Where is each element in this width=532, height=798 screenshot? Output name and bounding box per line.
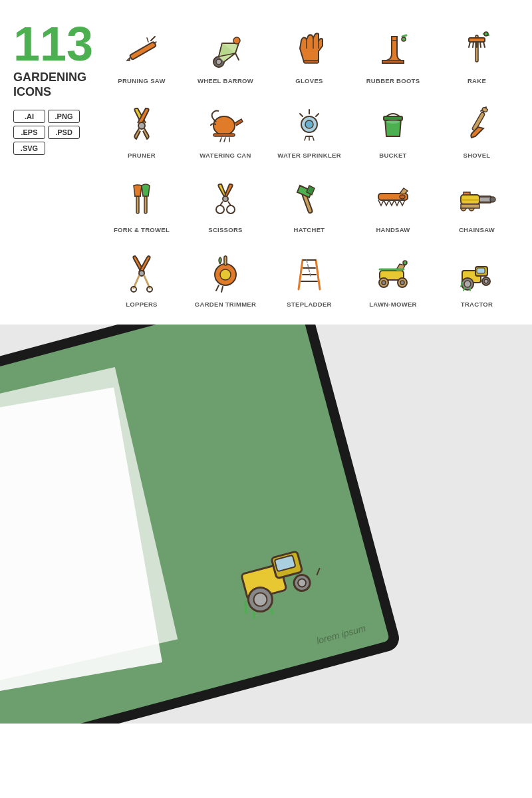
icon-cell-stepladder: STEPLADDER bbox=[267, 243, 351, 311]
icon-cell-water-sprinkler: WATER SPRINKLER bbox=[267, 94, 351, 162]
chainsaw-label: CHAINSAW bbox=[459, 226, 495, 233]
tablet-mockup: ← lorem ipsum bbox=[0, 325, 402, 724]
svg-point-3 bbox=[233, 37, 240, 44]
rake-icon bbox=[454, 27, 500, 73]
svg-point-65 bbox=[400, 281, 404, 285]
icon-cell-loppers: LOPPERS bbox=[100, 243, 184, 311]
gloves-icon bbox=[286, 27, 332, 73]
svg-point-40 bbox=[227, 205, 235, 213]
lawn-mower-label: LAWN-MOWER bbox=[369, 301, 417, 308]
svg-point-38 bbox=[223, 196, 228, 201]
svg-line-26 bbox=[305, 136, 306, 140]
svg-point-22 bbox=[305, 120, 313, 128]
svg-point-39 bbox=[216, 205, 224, 213]
icon-cell-pruner: PRUNER bbox=[100, 94, 184, 162]
svg-rect-4 bbox=[304, 61, 319, 63]
loppers-icon bbox=[118, 250, 165, 297]
svg-rect-5 bbox=[382, 61, 404, 63]
svg-line-13 bbox=[483, 42, 485, 47]
stepladder-label: STEPLADDER bbox=[287, 301, 331, 308]
svg-line-25 bbox=[316, 114, 319, 116]
hatchet-label: HATCHET bbox=[294, 226, 325, 233]
svg-rect-37 bbox=[144, 196, 147, 213]
svg-point-6 bbox=[402, 37, 406, 41]
svg-line-18 bbox=[224, 138, 225, 142]
icon-count: 113 bbox=[13, 20, 100, 68]
pruner-label: PRUNER bbox=[128, 152, 156, 159]
svg-point-30 bbox=[386, 120, 400, 124]
stepladder-icon bbox=[286, 250, 332, 297]
icon-cell-bucket: BUCKET bbox=[351, 94, 435, 162]
fork-trowel-icon bbox=[118, 176, 165, 222]
svg-point-15 bbox=[138, 122, 145, 129]
svg-line-87 bbox=[271, 609, 273, 614]
tablet-paper-front bbox=[0, 367, 178, 687]
tractor-label: TRACTOR bbox=[461, 301, 493, 308]
svg-point-43 bbox=[400, 195, 405, 199]
svg-point-67 bbox=[403, 261, 407, 265]
icon-cell-fork-trowel: FORK & TROWEL bbox=[100, 169, 184, 237]
format-eps: .EPS bbox=[13, 126, 45, 139]
svg-rect-70 bbox=[477, 268, 485, 273]
tractor-icon bbox=[454, 250, 500, 297]
format-svg: .SVG bbox=[13, 142, 45, 155]
svg-line-12 bbox=[480, 42, 481, 47]
format-ai: .AI bbox=[13, 110, 45, 123]
water-sprinkler-label: WATER SPRINKLER bbox=[277, 152, 341, 159]
icon-cell-wheel-barrow: WHEEL BARROW bbox=[184, 20, 267, 88]
shovel-label: SHOVEL bbox=[464, 152, 491, 159]
icon-cell-tractor: TRACTOR bbox=[435, 243, 519, 311]
svg-rect-0 bbox=[130, 41, 156, 60]
bucket-label: BUCKET bbox=[379, 152, 406, 159]
rake-label: RAKE bbox=[467, 77, 486, 84]
tractor-on-screen-icon bbox=[229, 533, 337, 624]
watering-can-icon bbox=[202, 101, 249, 148]
icon-cell-garden-trimmer: GARDEN TRIMMER bbox=[184, 243, 267, 311]
format-badges: .AI .PNG .EPS .PSD .SVG bbox=[13, 110, 80, 155]
icon-cell-shovel: SHOVEL bbox=[435, 94, 519, 162]
svg-rect-33 bbox=[136, 196, 139, 213]
wheel-barrow-icon bbox=[202, 27, 249, 73]
svg-line-88 bbox=[316, 569, 321, 575]
svg-point-50 bbox=[139, 271, 144, 276]
svg-point-72 bbox=[464, 281, 471, 287]
title-area: 113 GARDENING ICONS .AI .PNG .EPS .PSD .… bbox=[13, 20, 100, 155]
shovel-icon bbox=[454, 101, 500, 148]
svg-line-20 bbox=[220, 138, 221, 142]
svg-line-10 bbox=[473, 42, 473, 47]
svg-point-2 bbox=[216, 59, 221, 65]
svg-line-86 bbox=[253, 612, 255, 618]
icons-grid: PRUNING SAW WHEEL BARROW bbox=[100, 20, 519, 311]
gloves-label: GLOVES bbox=[295, 77, 323, 84]
icon-cell-gloves: GLOVES bbox=[267, 20, 351, 88]
scissors-label: SCISSORS bbox=[208, 226, 243, 233]
format-png: .PNG bbox=[48, 110, 80, 123]
wheel-barrow-label: WHEEL BARROW bbox=[198, 77, 253, 84]
garden-trimmer-label: GARDEN TRIMMER bbox=[195, 301, 256, 308]
pruner-icon bbox=[118, 101, 165, 148]
icon-cell-rake: RAKE bbox=[435, 20, 519, 88]
icon-cell-hatchet: HATCHET bbox=[267, 169, 351, 237]
loppers-label: LOPPERS bbox=[126, 301, 158, 308]
pruning-saw-icon bbox=[118, 27, 165, 73]
top-section: 113 GARDENING ICONS .AI .PNG .EPS .PSD .… bbox=[0, 0, 532, 325]
bucket-icon bbox=[370, 101, 416, 148]
lawn-mower-icon bbox=[370, 250, 416, 297]
chainsaw-icon bbox=[454, 176, 500, 222]
svg-rect-47 bbox=[461, 199, 479, 201]
svg-rect-55 bbox=[224, 256, 227, 265]
handsaw-icon bbox=[370, 176, 416, 222]
lorem-text: lorem ipsum bbox=[315, 622, 367, 646]
collection-title: GARDENING ICONS bbox=[13, 70, 100, 99]
icon-cell-handsaw: HANDSAW bbox=[351, 169, 435, 237]
svg-rect-17 bbox=[213, 134, 235, 136]
tablet-screen: ← lorem ipsum bbox=[0, 325, 390, 724]
icon-cell-watering-can: WATERING CAN bbox=[184, 94, 267, 162]
watering-can-label: WATERING CAN bbox=[200, 152, 251, 159]
svg-line-56 bbox=[216, 285, 219, 291]
svg-line-9 bbox=[469, 42, 470, 47]
svg-line-57 bbox=[221, 287, 223, 292]
fork-trowel-label: FORK & TROWEL bbox=[114, 226, 170, 233]
svg-line-85 bbox=[243, 602, 248, 613]
tablet-section: ← lorem ipsum bbox=[0, 325, 532, 724]
